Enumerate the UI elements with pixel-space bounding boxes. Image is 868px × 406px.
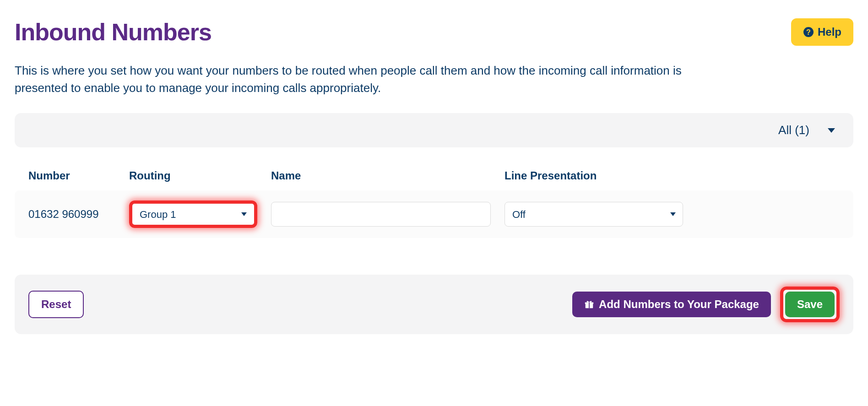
actions-bar: Reset Add Numbers to Your Package Save [15, 275, 853, 334]
table-header: Number Routing Name Line Presentation [15, 161, 853, 190]
help-button-label: Help [818, 26, 841, 38]
chevron-down-icon[interactable] [828, 128, 835, 133]
reset-button[interactable]: Reset [28, 291, 84, 318]
routing-select-highlight: Group 1 [129, 200, 257, 228]
name-input[interactable] [271, 202, 491, 227]
page-intro: This is where you set how you want your … [15, 62, 701, 97]
filter-bar: All (1) [15, 113, 853, 147]
page-title: Inbound Numbers [15, 18, 212, 46]
filter-selected[interactable]: All (1) [778, 123, 809, 137]
cell-number: 01632 960999 [28, 208, 129, 221]
column-routing: Routing [129, 161, 271, 190]
table-row: 01632 960999 Group 1 Off [15, 190, 853, 238]
column-number: Number [28, 161, 129, 190]
svg-text:?: ? [806, 28, 811, 36]
numbers-table: Number Routing Name Line Presentation 01… [15, 161, 853, 238]
add-numbers-button-label: Add Numbers to Your Package [599, 298, 759, 311]
save-button[interactable]: Save [785, 292, 835, 317]
line-presentation-select[interactable]: Off [505, 202, 683, 227]
column-name: Name [271, 161, 505, 190]
save-button-highlight: Save [780, 287, 840, 322]
column-line-presentation: Line Presentation [505, 161, 697, 190]
gift-icon [584, 299, 594, 309]
reset-button-label: Reset [41, 298, 71, 311]
svg-rect-4 [589, 303, 590, 309]
help-icon: ? [803, 27, 814, 38]
add-numbers-button[interactable]: Add Numbers to Your Package [572, 292, 771, 317]
save-button-label: Save [797, 298, 823, 311]
help-button[interactable]: ? Help [791, 18, 853, 46]
routing-select[interactable]: Group 1 [132, 204, 254, 225]
